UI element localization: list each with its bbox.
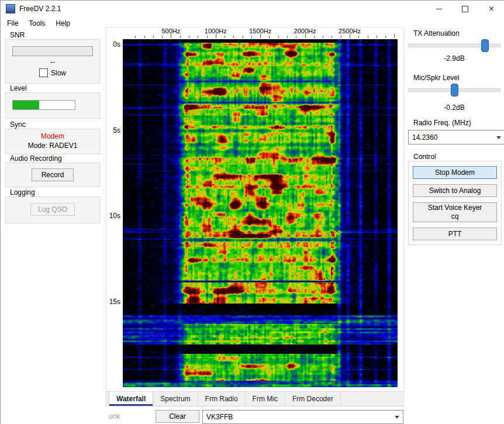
ruler-tick [314,36,315,38]
time-label: 5s [113,126,120,135]
tx-attenuation-label: TX Attenuation [413,29,460,37]
tx-attenuation-slider[interactable] [408,39,500,51]
level-group-label: Level [10,84,27,92]
ruler-tick [323,36,323,38]
ruler-tick [216,34,216,38]
voice-keyer-button-line2: cq [451,212,459,221]
ruler-tick [358,36,359,38]
ruler-tick [233,36,234,38]
tab-waterfall-label: Waterfall [116,395,146,403]
ruler-tick [278,36,279,38]
tx-attenuation-slider-thumb[interactable] [481,39,489,52]
tab-frm-radio[interactable]: Frm Radio [198,392,246,406]
close-button[interactable]: ✕ [478,1,504,17]
menu-file[interactable]: File [2,18,23,29]
logging-group-box: Log QSO [5,197,100,223]
close-icon: ✕ [488,5,494,13]
waterfall-display [123,39,398,387]
mic-spkr-slider-thumb[interactable] [451,84,458,96]
ruler-tick [251,36,252,38]
ruler-tick [162,36,163,38]
sync-status: Modem [6,132,99,140]
ruler-tick [135,36,136,38]
switch-to-analog-button[interactable]: Switch to Analog [413,184,497,197]
ruler-tick [153,36,154,38]
ruler-tick [225,36,225,38]
callsign-value: VK3FFB [206,413,233,421]
time-label: 10s [109,212,120,220]
time-label: 0s [113,40,120,49]
control-group-box: Stop Modem Switch to Analog Start Voice … [408,161,502,245]
level-meter-fill [13,101,39,109]
waterfall-panel: 500Hz1000Hz1500Hz2000Hz2500Hz 0s5s10s15s… [106,27,404,406]
menu-tools[interactable]: Tools [23,18,50,29]
minimize-button[interactable] [426,1,452,17]
radio-freq-combobox[interactable]: 14.2360 [408,130,504,144]
freq-label: 1500Hz [249,27,271,35]
snr-meter [12,46,93,56]
app-icon [6,4,15,13]
window-title: FreeDV 2.2.1 [19,5,61,13]
control-group-label: Control [413,153,436,161]
ruler-tick [180,36,181,38]
ruler-tick [368,36,368,38]
logging-group-label: Logging [10,188,35,197]
minimize-icon [436,9,442,9]
mic-spkr-slider[interactable] [408,84,500,95]
ruler-tick [385,36,386,38]
ruler-tick [305,34,306,38]
tab-frm-mic[interactable]: Frm Mic [246,392,285,406]
ruler-tick [394,34,395,38]
frequency-ruler: 500Hz1000Hz1500Hz2000Hz2500Hz [106,27,403,39]
radio-freq-value: 14.2360 [412,133,437,142]
ptt-button[interactable]: PTT [413,227,497,240]
freq-label: 2000Hz [294,27,316,35]
maximize-icon [462,6,468,12]
freq-label: 2500Hz [339,27,361,35]
snr-group-label: SNR [10,31,25,39]
chevron-down-icon [496,136,501,139]
record-button[interactable]: Record [32,168,74,181]
tab-frm-decoder-label: Frm Decoder [292,395,333,403]
slow-checkbox[interactable] [39,68,48,77]
tab-frm-radio-label: Frm Radio [205,395,238,403]
level-meter [12,100,75,110]
sync-group-label: Sync [10,120,26,129]
voice-keyer-button-line1: Start Voice Keyer [428,204,482,212]
ruler-tick [243,36,243,38]
tab-frm-mic-label: Frm Mic [253,395,278,403]
snr-value: -- [6,58,99,66]
ruler-tick [144,36,145,38]
slow-checkbox-row: Slow [6,68,99,77]
titlebar: FreeDV 2.2.1 ✕ [1,1,504,17]
audio-recording-group-label: Audio Recording [10,154,62,163]
clear-button[interactable]: Clear [156,410,199,423]
ruler-tick [377,36,377,38]
sync-group-box: Modem Mode: RADEV1 [5,129,100,154]
time-gutter: 0s5s10s15s [106,39,122,387]
ruler-tick [269,36,270,38]
sync-mode: Mode: RADEV1 [6,142,99,150]
audio-recording-group-box: Record [5,163,100,187]
window-controls: ✕ [426,1,504,17]
callsign-combobox[interactable]: VK3FFB [202,410,403,424]
radio-freq-label: Radio Freq. (MHz) [413,119,471,127]
tab-spectrum-label: Spectrum [160,395,190,403]
tab-frm-decoder[interactable]: Frm Decoder [285,392,341,406]
display-tabstrip: Waterfall Spectrum Frm Radio Frm Mic Frm… [106,391,403,406]
ruler-tick [296,36,296,38]
menu-help[interactable]: Help [50,18,75,29]
snr-group-box: -- Slow [5,39,100,84]
maximize-button[interactable] [452,1,478,17]
voice-keyer-button[interactable]: Start Voice Keyer cq [413,202,497,222]
stop-modem-button[interactable]: Stop Modem [413,166,497,179]
tab-spectrum[interactable]: Spectrum [153,392,198,406]
freq-label: 500Hz [161,27,180,35]
freedv-window: FreeDV 2.2.1 ✕ File Tools Help SNR -- Sl… [0,0,504,424]
mic-spkr-value: -0.2dB [408,104,500,112]
log-qso-button[interactable]: Log QSO [30,203,75,216]
tab-waterfall[interactable]: Waterfall [109,392,153,406]
ruler-tick [189,36,189,38]
ruler-tick [350,34,350,38]
ruler-tick [260,34,261,38]
